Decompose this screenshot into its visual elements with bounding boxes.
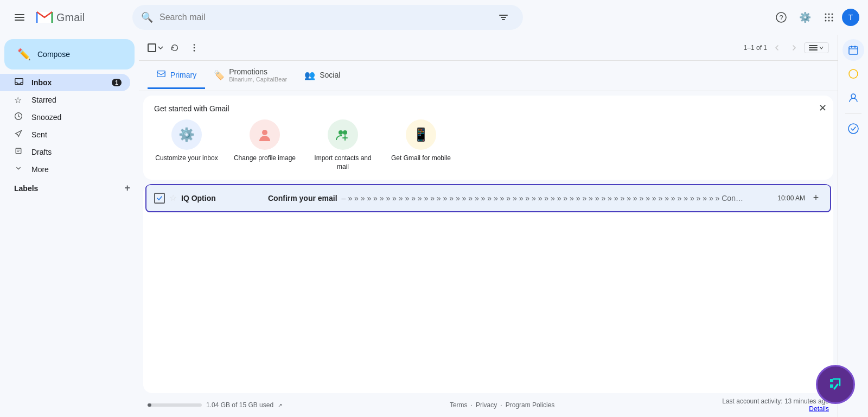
svg-point-22 (194, 50, 195, 52)
primary-tab-icon (156, 69, 166, 81)
email-separator: – (342, 194, 346, 203)
banner-item-profile-image[interactable]: Change profile image (232, 119, 297, 171)
tab-primary[interactable]: Primary (148, 62, 205, 89)
right-panel-check-icon[interactable] (843, 118, 864, 140)
email-star-button[interactable]: ☆ (169, 193, 177, 203)
email-list: ☆ IQ Option Confirm your email – » » » »… (143, 184, 833, 393)
more-label: More (31, 165, 122, 174)
import-contacts-label: Import contacts and mail (310, 154, 375, 171)
tab-promotions-label: Promotions (229, 67, 287, 76)
topbar-left: Gmail (9, 7, 128, 28)
svg-rect-25 (809, 49, 818, 50)
svg-rect-24 (809, 47, 818, 48)
table-row[interactable]: ☆ IQ Option Confirm your email – » » » »… (145, 184, 831, 212)
footer: 1.04 GB of 15 GB used ↗ Terms · Privacy … (139, 393, 838, 417)
checkbox-square (148, 43, 156, 52)
sidebar-item-sent[interactable]: Sent (0, 126, 130, 143)
search-input[interactable] (159, 12, 486, 22)
banner-items: ⚙️ Customize your inbox Change profile i… (154, 119, 822, 171)
svg-rect-2 (15, 20, 24, 21)
hamburger-button[interactable] (9, 7, 30, 28)
footer-links: Terms · Privacy · Program Policies (450, 401, 554, 409)
refresh-button[interactable] (166, 39, 183, 56)
svg-point-33 (849, 70, 858, 78)
banner-close-button[interactable]: ✕ (819, 102, 827, 114)
prev-page-button[interactable] (769, 40, 784, 55)
sidebar-item-snoozed[interactable]: Snoozed (0, 109, 130, 126)
bottom-right-badge[interactable] (816, 365, 855, 404)
inbox-label: Inbox (31, 78, 105, 87)
program-policies-link[interactable]: Program Policies (506, 401, 555, 409)
pagination-info: 1–1 of 1 (744, 40, 829, 55)
snoozed-label: Snoozed (31, 113, 122, 122)
inbox-tabs: Primary 🏷️ Promotions Binarium, CapitalB… (139, 61, 838, 91)
email-toolbar: 1–1 of 1 (139, 35, 838, 61)
terms-link[interactable]: Terms (450, 401, 468, 409)
svg-point-13 (832, 17, 833, 18)
compose-button[interactable]: ✏️ Compose (4, 39, 135, 70)
gmail-text-logo: Gmail (56, 11, 85, 24)
view-selector[interactable] (804, 42, 829, 53)
topbar: Gmail 🔍 ? ⚙️ (0, 0, 868, 35)
email-checkbox[interactable] (154, 193, 165, 204)
banner-item-import[interactable]: Import contacts and mail (310, 119, 375, 171)
help-button[interactable]: ? (770, 7, 792, 28)
search-options-button[interactable] (493, 7, 514, 28)
svg-point-34 (851, 94, 856, 98)
sidebar-item-drafts[interactable]: Drafts (0, 143, 130, 161)
import-contacts-icon-circle (328, 119, 358, 150)
svg-point-9 (828, 14, 830, 15)
search-bar[interactable]: 🔍 (132, 5, 523, 30)
details-link[interactable]: Details (809, 405, 829, 413)
sidebar-item-starred[interactable]: ☆ Starred (0, 91, 130, 109)
svg-rect-19 (16, 148, 21, 154)
more-options-button[interactable] (186, 39, 203, 56)
right-panel (838, 35, 868, 417)
mobile-icon-circle: 📱 (406, 119, 436, 150)
svg-rect-4 (501, 17, 506, 18)
svg-point-27 (262, 130, 267, 135)
view-dropdown-arrow (819, 45, 824, 50)
search-icon: 🔍 (141, 11, 153, 23)
more-chevron-icon (14, 164, 25, 175)
email-preview: » » » » » » » » » » » » » » » » » » » » … (348, 194, 777, 203)
content-area: 1–1 of 1 Primary (139, 35, 838, 417)
svg-point-20 (194, 44, 195, 46)
tab-promotions-sub: Binarium, CapitalBear (229, 76, 287, 83)
tab-promotions[interactable]: 🏷️ Promotions Binarium, CapitalBear (205, 61, 296, 91)
right-panel-tasks-icon[interactable] (843, 63, 864, 85)
banner-title: Get started with Gmail (154, 104, 822, 113)
select-all-checkbox[interactable] (148, 43, 164, 52)
right-panel-contacts-icon[interactable] (843, 87, 864, 109)
add-label-button[interactable]: + (124, 182, 130, 194)
right-panel-calendar-icon[interactable] (843, 39, 864, 61)
compose-label: Compose (37, 50, 70, 59)
pagination-text: 1–1 of 1 (744, 44, 767, 52)
email-time: 10:00 AM (777, 194, 805, 202)
next-page-button[interactable] (787, 40, 802, 55)
user-avatar[interactable]: T (842, 9, 859, 26)
compose-icon: ✏️ (17, 48, 31, 61)
email-add-button[interactable]: + (809, 192, 822, 205)
getting-started-banner: Get started with Gmail ✕ ⚙️ Customize yo… (143, 96, 833, 180)
change-profile-image-label: Change profile image (234, 154, 296, 163)
banner-item-customize[interactable]: ⚙️ Customize your inbox (154, 119, 219, 171)
profile-image-icon-circle (250, 119, 280, 150)
svg-rect-26 (157, 71, 165, 77)
privacy-link[interactable]: Privacy (476, 401, 497, 409)
gmail-logo-svg (35, 10, 54, 25)
sent-label: Sent (31, 130, 122, 139)
sent-icon (14, 129, 25, 140)
svg-point-29 (343, 130, 347, 135)
starred-label: Starred (31, 96, 122, 104)
svg-rect-32 (854, 46, 856, 48)
svg-point-16 (832, 20, 833, 22)
sidebar-item-more[interactable]: More (0, 161, 130, 178)
tab-social[interactable]: 👥 Social (296, 64, 349, 89)
sidebar-item-inbox[interactable]: Inbox 1 (0, 74, 130, 91)
apps-button[interactable] (818, 7, 840, 28)
banner-item-mobile[interactable]: 📱 Get Gmail for mobile (388, 119, 454, 171)
sidebar: ✏️ Compose Inbox 1 ☆ Starred Snoozed Sen (0, 35, 139, 417)
storage-external-link-icon[interactable]: ↗ (278, 402, 282, 408)
settings-button[interactable]: ⚙️ (794, 7, 816, 28)
